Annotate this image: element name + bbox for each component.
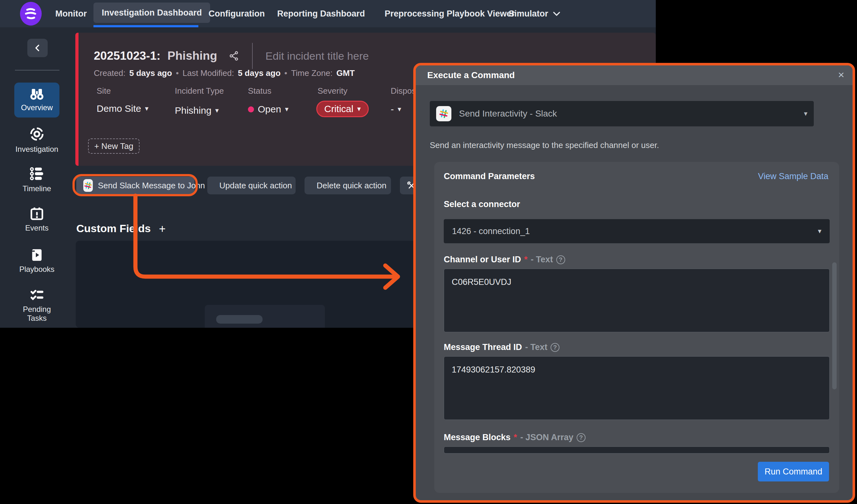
incident-type-title: Phishing [168, 49, 217, 63]
incident-id: 20251023-1: [94, 49, 161, 63]
tab-investigation-dashboard[interactable]: Investigation Dashboard [94, 2, 210, 23]
view-sample-data-link[interactable]: View Sample Data [758, 172, 828, 181]
message-blocks-input[interactable] [444, 447, 830, 453]
tab-simulator[interactable]: Simulator [509, 0, 560, 27]
disposition-value: - [391, 104, 394, 115]
parameters-title: Command Parameters [444, 172, 535, 181]
required-asterisk: * [524, 255, 528, 264]
sidebar-item-timeline[interactable]: Timeline [14, 166, 60, 193]
caret-down-icon: ▾ [818, 227, 821, 235]
title-divider [252, 43, 253, 69]
slack-icon [83, 179, 93, 192]
connector-value: 1426 - connection_1 [452, 226, 818, 236]
incident-type-select[interactable]: Phishing ▾ [175, 105, 219, 116]
run-command-button[interactable]: Run Command [758, 462, 829, 482]
bullet-separator: • [285, 68, 287, 78]
binoculars-icon [29, 88, 45, 101]
incident-type-value: Phishing [175, 105, 212, 116]
new-tag-button[interactable]: + New Tag [88, 138, 139, 154]
timezone-value: GMT [336, 68, 355, 78]
skeleton-placeholder [205, 305, 325, 328]
tab-preprocessing-playbook-viewer[interactable]: Preprocessing Playbook Viewer [385, 0, 515, 27]
status-select[interactable]: Open ▾ [248, 104, 288, 115]
help-icon[interactable]: ? [556, 255, 565, 264]
app-logo-icon[interactable] [18, 1, 43, 27]
sidebar-item-pending-tasks[interactable]: Pending Tasks [14, 288, 60, 322]
sidebar-item-events[interactable]: Events [14, 206, 60, 232]
severity-label: Severity [318, 86, 348, 96]
sidebar-collapse-button[interactable] [27, 39, 48, 57]
skeleton-pill [216, 315, 263, 324]
quick-action-label: Delete quick action [317, 181, 387, 191]
site-select[interactable]: Demo Site ▾ [97, 103, 149, 114]
sidebar-item-label: Timeline [22, 184, 51, 193]
checklist-icon [29, 288, 45, 302]
command-select-value: Send Interactivity - Slack [459, 109, 796, 119]
top-nav: Monitor Investigation Dashboard Configur… [0, 0, 656, 27]
created-value: 5 days ago [129, 68, 172, 78]
add-custom-field-icon[interactable]: + [159, 222, 166, 236]
screenshot-stage: Monitor Investigation Dashboard Configur… [0, 0, 857, 504]
severity-critical-badge: Critical ▾ [316, 101, 369, 117]
quick-action-label: Send Slack Message to John [98, 181, 205, 191]
custom-fields-title: Custom Fields [76, 222, 151, 235]
modal-title: Execute a Command [427, 70, 515, 80]
sidebar-item-overview[interactable]: Overview [14, 83, 60, 118]
quick-action-delete[interactable]: Delete quick action [304, 177, 391, 194]
sidebar-item-label: Events [25, 224, 48, 232]
incident-title-input[interactable] [265, 50, 411, 62]
tab-reporting-dashboard[interactable]: Reporting Dashboard [277, 0, 365, 27]
scrollbar-thumb[interactable] [832, 262, 837, 389]
caret-down-icon: ▾ [357, 105, 361, 113]
timezone-label: Time Zone: [291, 68, 333, 78]
disposition-select[interactable]: - ▾ [391, 104, 401, 115]
status-open-dot [248, 106, 254, 112]
close-icon[interactable]: × [838, 69, 844, 80]
severity-select[interactable]: Critical ▾ [316, 101, 369, 117]
channel-or-user-id-input[interactable]: C06R5E0UVDJ [444, 269, 830, 332]
sidebar-item-investigation[interactable]: Investigation [14, 126, 60, 154]
timeline-icon [29, 166, 45, 182]
caret-down-icon: ▾ [804, 109, 807, 118]
site-label: Site [97, 86, 111, 96]
modal-header: Execute a Command [416, 66, 853, 85]
sidebar-item-label: Pending Tasks [14, 305, 60, 322]
command-select[interactable]: Send Interactivity - Slack ▾ [430, 101, 814, 126]
caret-down-icon: ▾ [215, 106, 219, 115]
sidebar-item-label: Overview [21, 103, 53, 112]
quick-action-update[interactable]: Update quick action [207, 177, 296, 194]
chevron-down-icon [553, 12, 560, 16]
status-value: Open [258, 104, 281, 115]
help-icon[interactable]: ? [577, 433, 586, 442]
status-label: Status [248, 86, 271, 96]
tab-monitor[interactable]: Monitor [55, 0, 87, 27]
created-label: Created: [94, 68, 125, 78]
caret-down-icon: ▾ [285, 105, 288, 114]
incident-type-label: Incident Type [175, 86, 224, 96]
connector-select[interactable]: 1426 - connection_1 ▾ [444, 219, 830, 243]
target-icon [29, 126, 45, 142]
sidebar-item-label: Playbooks [19, 265, 55, 274]
field-name: Message Thread ID [444, 342, 522, 352]
help-icon[interactable]: ? [551, 343, 559, 352]
command-description: Send an interactivity message to the spe… [430, 140, 659, 150]
calendar-alert-icon [30, 206, 44, 221]
caret-down-icon: ▾ [145, 104, 149, 113]
chevron-left-icon [32, 42, 43, 53]
sidebar-item-playbooks[interactable]: Playbooks [14, 248, 60, 274]
modified-label: Last Modified: [183, 68, 234, 78]
slack-icon [436, 106, 451, 121]
sidebar-item-label: Investigation [16, 145, 58, 154]
share-icon[interactable] [229, 51, 239, 61]
active-tab-underline [94, 25, 198, 27]
modified-value: 5 days ago [238, 68, 280, 78]
command-parameters-card: Command Parameters View Sample Data Sele… [434, 162, 839, 493]
quick-action-send-slack-message[interactable]: Send Slack Message to John [76, 177, 195, 194]
field-type: - Text [531, 255, 553, 264]
caret-down-icon: ▾ [398, 105, 401, 114]
execute-command-modal: Execute a Command × Send Interactivity -… [413, 63, 855, 503]
required-asterisk: * [514, 433, 517, 442]
field-name: Message Blocks [444, 433, 510, 442]
message-thread-id-input[interactable]: 17493062157.820389 [444, 356, 830, 420]
tab-configuration[interactable]: Configuration [208, 0, 265, 27]
